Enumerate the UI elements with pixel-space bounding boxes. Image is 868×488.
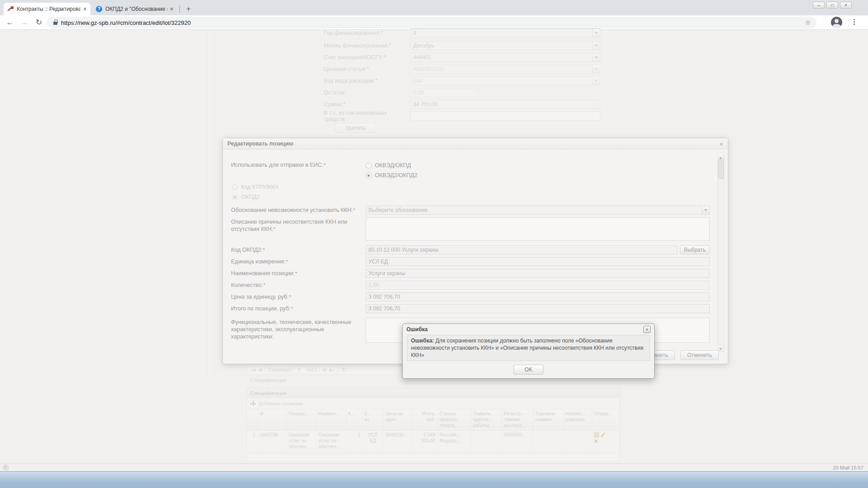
tab-title: ОКПД2 и "Обоснование невозм <box>105 6 167 12</box>
window-minimize-button[interactable]: – <box>813 2 825 9</box>
tab-okpd2[interactable]: ? ОКПД2 и "Обоснование невозм × <box>92 3 177 15</box>
tab-close-icon[interactable]: × <box>170 6 174 12</box>
bookmark-star-icon[interactable]: ☆ <box>805 19 811 27</box>
error-message: Ошибка: Для сохранения позиции должно бы… <box>407 335 650 361</box>
tab-divider <box>179 5 180 13</box>
error-dialog-mask <box>0 30 868 463</box>
back-icon[interactable]: ← <box>5 17 15 28</box>
address-bar[interactable]: https://new.gz-spb.ru/#cm/contract/edit/… <box>47 17 816 28</box>
close-icon[interactable]: × <box>643 326 651 333</box>
window-close-button[interactable]: × <box>840 2 852 9</box>
profile-avatar[interactable] <box>831 17 842 28</box>
gavel-favicon <box>7 6 14 12</box>
forward-icon[interactable]: → <box>19 17 30 28</box>
error-message-text: Для сохранения позиции должно быть запол… <box>411 338 643 358</box>
new-tab-button[interactable]: + <box>183 4 194 14</box>
error-dialog-header: Ошибка × <box>403 324 654 335</box>
lock-icon <box>53 22 57 25</box>
status-datetime: 20 Май 15:57 <box>833 465 863 470</box>
taskbar <box>0 471 868 488</box>
error-dialog: Ошибка × Ошибка: Для сохранения позиции … <box>402 324 655 379</box>
help-favicon: ? <box>96 6 102 12</box>
browser-menu-icon[interactable] <box>850 18 858 27</box>
reload-icon[interactable]: ↻ <box>33 17 44 28</box>
copyright-badge: © <box>3 465 9 470</box>
browser-tab-strip: Контракты :: Редактирование ко × ? ОКПД2… <box>0 0 868 15</box>
url-text[interactable]: https://new.gz-spb.ru/#cm/contract/edit/… <box>61 19 805 26</box>
tab-contracts[interactable]: Контракты :: Редактирование ко × <box>4 3 90 15</box>
page-status-bar <box>0 463 868 471</box>
window-maximize-button[interactable]: □ <box>826 2 838 9</box>
error-message-prefix: Ошибка: <box>411 338 434 344</box>
tab-close-icon[interactable]: × <box>83 6 87 12</box>
tab-title: Контракты :: Редактирование ко <box>17 6 80 12</box>
ok-button[interactable]: OK <box>514 365 543 375</box>
error-dialog-title: Ошибка <box>406 326 643 333</box>
screen: Контракты :: Редактирование ко × ? ОКПД2… <box>0 0 868 488</box>
